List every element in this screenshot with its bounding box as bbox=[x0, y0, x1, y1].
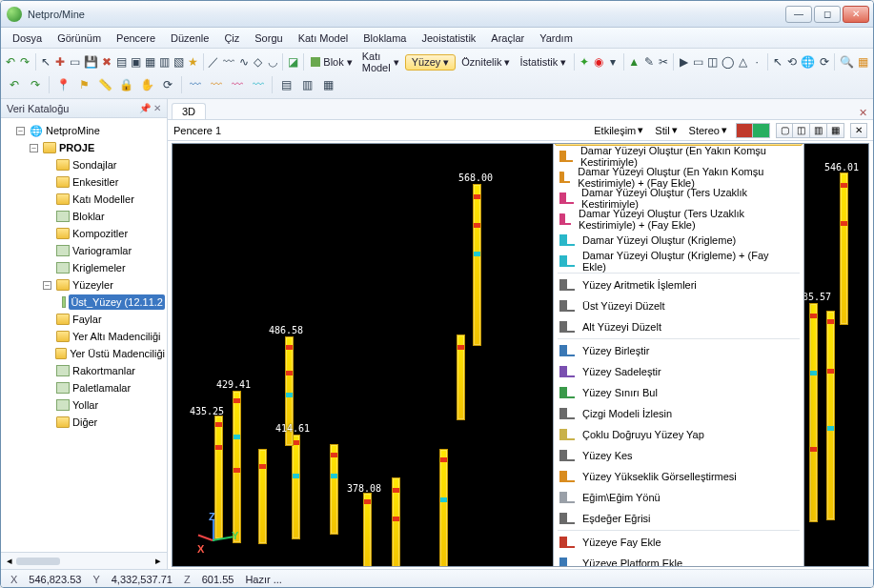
wave-a-icon[interactable]: 〰 bbox=[186, 75, 205, 94]
export-icon[interactable]: ▦ bbox=[144, 52, 156, 71]
poly-icon[interactable]: 〰 bbox=[222, 52, 235, 71]
blok-menu[interactable]: Blok ▾ bbox=[307, 56, 356, 69]
tri-icon[interactable]: △ bbox=[737, 52, 749, 71]
open-icon[interactable]: ▤ bbox=[115, 52, 128, 71]
layer-a-icon[interactable]: ▤ bbox=[276, 75, 295, 94]
ruler-icon[interactable]: 📏 bbox=[95, 75, 114, 94]
rotate3d-icon[interactable]: ⟳ bbox=[158, 75, 177, 94]
nav-back-icon[interactable]: ↶ bbox=[5, 52, 17, 71]
marker3-icon[interactable]: ▾ bbox=[607, 52, 620, 71]
dropdown-item[interactable]: Yüzey Kes bbox=[554, 445, 803, 466]
cut-icon[interactable]: ✂ bbox=[657, 52, 669, 71]
menu-katı model[interactable]: Katı Model bbox=[291, 28, 356, 48]
pick-icon[interactable]: ↖ bbox=[771, 52, 783, 71]
tree-item[interactable]: Variogramlar bbox=[43, 242, 165, 259]
square-icon[interactable]: ▭ bbox=[69, 52, 81, 71]
tree-item[interactable]: Kompozitler bbox=[43, 225, 165, 242]
3d-canvas[interactable]: 568.00 486.58 429.41 435.25 414.61 378.0… bbox=[172, 143, 869, 567]
dropdown-item[interactable]: Çizgi Modeli İzlesin bbox=[554, 403, 803, 424]
lock-icon[interactable]: 🔒 bbox=[116, 75, 135, 94]
dropdown-item[interactable]: Yüzey Sınırı Bul bbox=[554, 382, 803, 403]
dropdown-item[interactable]: Damar Yüzeyi Oluştur (Ters Uzaklık Kesti… bbox=[554, 209, 803, 230]
dropdown-item[interactable]: Çoklu Doğruyu Yüzey Yap bbox=[554, 424, 803, 445]
dropdown-item[interactable]: Üst Yüzeyi Düzelt bbox=[554, 295, 803, 316]
sidebar-scrollbar[interactable]: ◂▸ bbox=[1, 552, 167, 569]
nav-fwd-icon[interactable]: ↷ bbox=[19, 52, 31, 71]
dropdown-item[interactable]: Damar Yüzeyi Oluştur (En Yakın Komşu Kes… bbox=[554, 146, 803, 167]
undo-icon[interactable]: ↶ bbox=[5, 75, 24, 94]
rect-icon[interactable]: ▭ bbox=[692, 52, 704, 71]
dropdown-item[interactable]: Yüzeye Platform Ekle bbox=[554, 553, 803, 567]
clip-icon[interactable]: ▣ bbox=[130, 52, 142, 71]
istatistik-menu[interactable]: İstatistik ▾ bbox=[516, 56, 570, 69]
dropdown-item[interactable]: Alt Yüzeyi Düzelt bbox=[554, 316, 803, 337]
delete-icon[interactable]: ✖ bbox=[101, 52, 113, 71]
menu-araçlar[interactable]: Araçlar bbox=[483, 28, 532, 48]
tree-item[interactable]: Enkesitler bbox=[43, 173, 165, 191]
minimize-button[interactable]: — bbox=[785, 6, 812, 23]
maximize-button[interactable]: ◻ bbox=[814, 6, 841, 23]
marker2-icon[interactable]: ◉ bbox=[593, 52, 605, 71]
tree-item[interactable]: Kriglemeler bbox=[43, 259, 165, 276]
shape-icon[interactable]: ◇ bbox=[252, 52, 264, 71]
up-icon[interactable]: ▲ bbox=[627, 52, 640, 71]
color-pill-red[interactable] bbox=[736, 123, 753, 138]
tab-3d[interactable]: 3D bbox=[172, 103, 206, 119]
tab-close-icon[interactable]: ✕ bbox=[859, 107, 867, 119]
edit-icon[interactable]: ✎ bbox=[642, 52, 655, 71]
menu-bloklama[interactable]: Bloklama bbox=[356, 28, 414, 48]
redo-icon[interactable]: ↷ bbox=[26, 75, 45, 94]
dropdown-item[interactable]: Damar Yüzeyi Oluştur (Krigleme) bbox=[554, 230, 803, 251]
pal-icon[interactable]: ▦ bbox=[857, 52, 869, 71]
menu-yardım[interactable]: Yardım bbox=[532, 28, 580, 48]
kati-model-menu[interactable]: Katı Model ▾ bbox=[358, 51, 403, 73]
layer-b-icon[interactable]: ▥ bbox=[297, 75, 316, 94]
wave-c-icon[interactable]: 〰 bbox=[228, 75, 247, 94]
yuzey-menu[interactable]: Yüzey ▾ bbox=[405, 54, 457, 71]
tree-item-child[interactable]: Üst_Yüzey (12.11.2 bbox=[56, 294, 165, 311]
tree-item[interactable]: Paletlamalar bbox=[43, 379, 165, 396]
tree-item[interactable]: Bloklar bbox=[43, 208, 165, 225]
oznitelik-menu[interactable]: Öznitelik ▾ bbox=[457, 56, 514, 69]
project-tree[interactable]: –🌐 NetproMine – PROJE Sondajlar Enkesitl… bbox=[1, 118, 167, 552]
tree-item[interactable]: Yollar bbox=[43, 396, 165, 414]
tree-item[interactable]: Sondajlar bbox=[43, 156, 165, 173]
arc-icon[interactable]: ◡ bbox=[266, 52, 278, 71]
tree-item[interactable]: Katı Modeller bbox=[43, 191, 165, 208]
db-icon[interactable]: ▥ bbox=[158, 52, 171, 71]
close-button[interactable]: ✕ bbox=[843, 6, 869, 23]
curve-icon[interactable]: ∿ bbox=[237, 52, 250, 71]
tree-item[interactable]: Yer Altı Madenciliği bbox=[43, 328, 165, 345]
menu-görünüm[interactable]: Görünüm bbox=[50, 28, 109, 48]
hand-icon[interactable]: ✋ bbox=[137, 75, 156, 94]
cube-icon[interactable]: ◪ bbox=[287, 52, 299, 71]
layout-1-icon[interactable]: ▢ bbox=[776, 123, 793, 138]
menu-düzenle[interactable]: Düzenle bbox=[163, 28, 216, 48]
point-icon[interactable]: · bbox=[751, 52, 763, 71]
save-icon[interactable]: 💾 bbox=[83, 52, 99, 71]
menu-çiz[interactable]: Çiz bbox=[216, 28, 247, 48]
circle-icon[interactable]: ◯ bbox=[721, 52, 735, 71]
star-icon[interactable]: ★ bbox=[187, 52, 199, 71]
zoom-icon[interactable]: 🔍 bbox=[839, 52, 855, 71]
rot-icon[interactable]: ⟲ bbox=[785, 52, 798, 71]
stereo-menu[interactable]: Stereo ▾ bbox=[686, 124, 730, 136]
line-icon[interactable]: ／ bbox=[207, 52, 220, 71]
pin-icon[interactable]: 📍 bbox=[53, 75, 72, 94]
color-pill-green[interactable] bbox=[753, 123, 770, 138]
dropdown-item[interactable]: Damar Yüzeyi Oluştur (Ters Uzaklık Kesti… bbox=[554, 188, 803, 209]
menu-dosya[interactable]: Dosya bbox=[5, 28, 50, 48]
stil-menu[interactable]: Stil ▾ bbox=[652, 124, 680, 136]
dropdown-item[interactable]: Yüzey Aritmetik İşlemleri bbox=[554, 274, 803, 295]
wave-b-icon[interactable]: 〰 bbox=[207, 75, 226, 94]
dropdown-item[interactable]: Damar Yüzeyi Oluştur (Krigleme) + (Fay E… bbox=[554, 251, 803, 272]
tree-item[interactable]: – Yüzeyler bbox=[43, 276, 165, 294]
tree-item[interactable]: Rakortmanlar bbox=[43, 362, 165, 379]
tree-root[interactable]: –🌐 NetproMine bbox=[16, 122, 165, 139]
tree-item[interactable]: Yer Üstü Madenciliği bbox=[43, 345, 165, 362]
tree-item[interactable]: Faylar bbox=[43, 311, 165, 328]
select-arrow-icon[interactable]: ▶ bbox=[678, 52, 690, 71]
layout-3-icon[interactable]: ▥ bbox=[810, 123, 827, 138]
dropdown-item[interactable]: Yüzey Sadeleştir bbox=[554, 361, 803, 382]
dropdown-item[interactable]: Yüzey Birleştir bbox=[554, 340, 803, 361]
